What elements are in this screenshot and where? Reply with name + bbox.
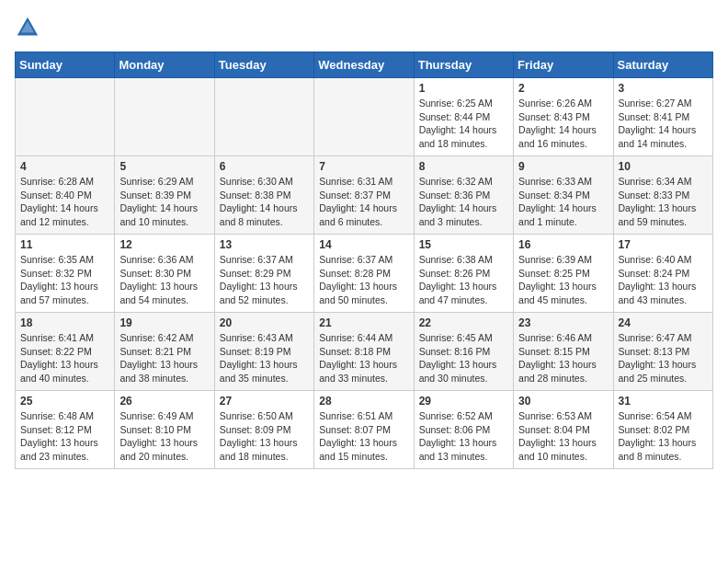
day-number: 13: [220, 238, 309, 251]
day-header-tuesday: Tuesday: [214, 52, 313, 78]
day-info: Sunrise: 6:51 AMSunset: 8:07 PMDaylight:…: [319, 409, 408, 464]
calendar-week-5: 25Sunrise: 6:48 AMSunset: 8:12 PMDayligh…: [16, 391, 713, 469]
day-number: 10: [619, 160, 708, 173]
day-number: 19: [119, 316, 209, 329]
day-info: Sunrise: 6:52 AMSunset: 8:06 PMDaylight:…: [419, 409, 508, 464]
day-number: 11: [20, 238, 109, 251]
day-info: Sunrise: 6:39 AMSunset: 8:25 PMDaylight:…: [518, 253, 608, 307]
day-header-saturday: Saturday: [613, 52, 712, 78]
day-info: Sunrise: 6:49 AMSunset: 8:10 PMDaylight:…: [119, 409, 209, 464]
day-number: 21: [319, 316, 408, 329]
day-info: Sunrise: 6:41 AMSunset: 8:22 PMDaylight:…: [20, 331, 109, 385]
calendar-cell: 15Sunrise: 6:38 AMSunset: 8:26 PMDayligh…: [414, 235, 513, 313]
calendar-cell: 11Sunrise: 6:35 AMSunset: 8:32 PMDayligh…: [16, 235, 115, 313]
calendar-cell: 29Sunrise: 6:52 AMSunset: 8:06 PMDayligh…: [414, 391, 513, 469]
day-number: 27: [220, 395, 309, 408]
calendar-cell: 28Sunrise: 6:51 AMSunset: 8:07 PMDayligh…: [314, 391, 414, 469]
day-header-friday: Friday: [514, 52, 613, 78]
day-number: 2: [518, 82, 608, 95]
day-number: 29: [419, 395, 508, 408]
day-info: Sunrise: 6:30 AMSunset: 8:38 PMDaylight:…: [220, 175, 309, 229]
day-number: 28: [319, 395, 408, 408]
day-info: Sunrise: 6:40 AMSunset: 8:24 PMDaylight:…: [619, 253, 708, 307]
day-info: Sunrise: 6:42 AMSunset: 8:21 PMDaylight:…: [119, 331, 209, 385]
calendar-cell: 2Sunrise: 6:26 AMSunset: 8:43 PMDaylight…: [514, 78, 613, 156]
calendar-cell: 10Sunrise: 6:34 AMSunset: 8:33 PMDayligh…: [613, 156, 712, 235]
day-info: Sunrise: 6:35 AMSunset: 8:32 PMDaylight:…: [20, 253, 109, 307]
day-header-monday: Monday: [115, 52, 214, 78]
calendar-cell: 30Sunrise: 6:53 AMSunset: 8:04 PMDayligh…: [514, 391, 613, 469]
day-info: Sunrise: 6:53 AMSunset: 8:04 PMDaylight:…: [518, 409, 608, 464]
day-number: 7: [319, 160, 408, 173]
calendar-week-4: 18Sunrise: 6:41 AMSunset: 8:22 PMDayligh…: [16, 313, 713, 391]
day-number: 12: [119, 238, 209, 251]
day-number: 23: [518, 316, 608, 329]
day-number: 6: [220, 160, 309, 173]
day-number: 22: [419, 316, 508, 329]
day-number: 4: [20, 160, 109, 173]
calendar-week-2: 4Sunrise: 6:28 AMSunset: 8:40 PMDaylight…: [16, 156, 713, 235]
calendar-cell: 8Sunrise: 6:32 AMSunset: 8:36 PMDaylight…: [414, 156, 513, 235]
header: [15, 15, 713, 40]
day-info: Sunrise: 6:48 AMSunset: 8:12 PMDaylight:…: [20, 409, 109, 464]
day-header-sunday: Sunday: [16, 52, 115, 78]
calendar-cell: [314, 78, 414, 156]
day-info: Sunrise: 6:44 AMSunset: 8:18 PMDaylight:…: [319, 331, 408, 385]
day-header-wednesday: Wednesday: [314, 52, 414, 78]
day-number: 1: [419, 82, 508, 95]
day-number: 26: [119, 395, 209, 408]
day-number: 16: [518, 238, 608, 251]
day-number: 5: [119, 160, 209, 173]
calendar-cell: 12Sunrise: 6:36 AMSunset: 8:30 PMDayligh…: [115, 235, 214, 313]
day-info: Sunrise: 6:27 AMSunset: 8:41 PMDaylight:…: [619, 97, 708, 151]
calendar-cell: 19Sunrise: 6:42 AMSunset: 8:21 PMDayligh…: [115, 313, 214, 391]
calendar-cell: 22Sunrise: 6:45 AMSunset: 8:16 PMDayligh…: [414, 313, 513, 391]
calendar-cell: 20Sunrise: 6:43 AMSunset: 8:19 PMDayligh…: [214, 313, 313, 391]
logo-icon: [15, 15, 40, 40]
day-info: Sunrise: 6:38 AMSunset: 8:26 PMDaylight:…: [419, 253, 508, 307]
day-number: 18: [20, 316, 109, 329]
day-info: Sunrise: 6:45 AMSunset: 8:16 PMDaylight:…: [419, 331, 508, 385]
calendar-cell: 5Sunrise: 6:29 AMSunset: 8:39 PMDaylight…: [115, 156, 214, 235]
calendar-cell: [16, 78, 115, 156]
calendar-cell: 27Sunrise: 6:50 AMSunset: 8:09 PMDayligh…: [214, 391, 313, 469]
calendar-week-3: 11Sunrise: 6:35 AMSunset: 8:32 PMDayligh…: [16, 235, 713, 313]
calendar-week-1: 1Sunrise: 6:25 AMSunset: 8:44 PMDaylight…: [16, 78, 713, 156]
day-number: 3: [619, 82, 708, 95]
day-info: Sunrise: 6:37 AMSunset: 8:28 PMDaylight:…: [319, 253, 408, 307]
day-info: Sunrise: 6:47 AMSunset: 8:13 PMDaylight:…: [619, 331, 708, 385]
day-number: 31: [619, 395, 708, 408]
day-info: Sunrise: 6:32 AMSunset: 8:36 PMDaylight:…: [419, 175, 508, 229]
day-info: Sunrise: 6:37 AMSunset: 8:29 PMDaylight:…: [220, 253, 309, 307]
day-number: 8: [419, 160, 508, 173]
calendar-cell: 1Sunrise: 6:25 AMSunset: 8:44 PMDaylight…: [414, 78, 513, 156]
day-info: Sunrise: 6:43 AMSunset: 8:19 PMDaylight:…: [220, 331, 309, 385]
calendar-cell: 25Sunrise: 6:48 AMSunset: 8:12 PMDayligh…: [16, 391, 115, 469]
day-number: 20: [220, 316, 309, 329]
calendar-cell: 9Sunrise: 6:33 AMSunset: 8:34 PMDaylight…: [514, 156, 613, 235]
day-info: Sunrise: 6:46 AMSunset: 8:15 PMDaylight:…: [518, 331, 608, 385]
calendar-cell: 16Sunrise: 6:39 AMSunset: 8:25 PMDayligh…: [514, 235, 613, 313]
calendar-cell: 18Sunrise: 6:41 AMSunset: 8:22 PMDayligh…: [16, 313, 115, 391]
day-info: Sunrise: 6:34 AMSunset: 8:33 PMDaylight:…: [619, 175, 708, 229]
day-number: 9: [518, 160, 608, 173]
calendar-cell: 13Sunrise: 6:37 AMSunset: 8:29 PMDayligh…: [214, 235, 313, 313]
calendar-header-row: SundayMondayTuesdayWednesdayThursdayFrid…: [16, 52, 713, 78]
day-info: Sunrise: 6:31 AMSunset: 8:37 PMDaylight:…: [319, 175, 408, 229]
calendar-cell: 3Sunrise: 6:27 AMSunset: 8:41 PMDaylight…: [613, 78, 712, 156]
day-number: 17: [619, 238, 708, 251]
day-info: Sunrise: 6:29 AMSunset: 8:39 PMDaylight:…: [119, 175, 209, 229]
day-header-thursday: Thursday: [414, 52, 513, 78]
calendar-cell: 21Sunrise: 6:44 AMSunset: 8:18 PMDayligh…: [314, 313, 414, 391]
calendar-cell: 31Sunrise: 6:54 AMSunset: 8:02 PMDayligh…: [613, 391, 712, 469]
day-info: Sunrise: 6:28 AMSunset: 8:40 PMDaylight:…: [20, 175, 109, 229]
logo: [15, 15, 44, 40]
day-number: 14: [319, 238, 408, 251]
day-info: Sunrise: 6:36 AMSunset: 8:30 PMDaylight:…: [119, 253, 209, 307]
day-number: 24: [619, 316, 708, 329]
calendar-cell: [214, 78, 313, 156]
calendar-cell: 6Sunrise: 6:30 AMSunset: 8:38 PMDaylight…: [214, 156, 313, 235]
calendar-cell: 17Sunrise: 6:40 AMSunset: 8:24 PMDayligh…: [613, 235, 712, 313]
day-info: Sunrise: 6:50 AMSunset: 8:09 PMDaylight:…: [220, 409, 309, 464]
day-number: 15: [419, 238, 508, 251]
